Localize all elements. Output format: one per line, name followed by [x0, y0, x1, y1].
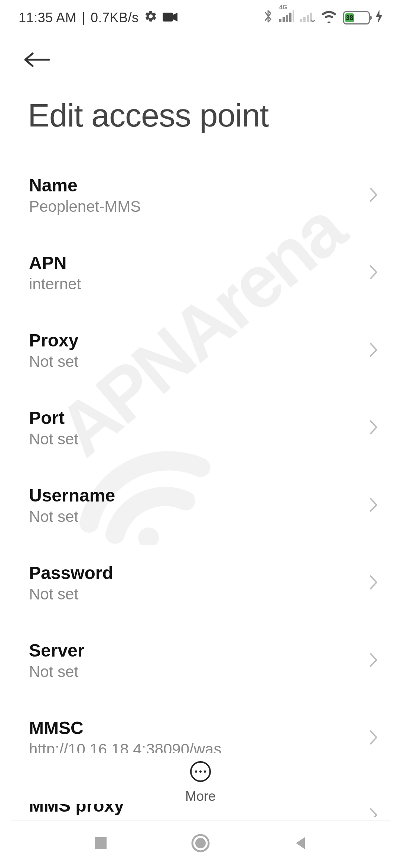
settings-item-value: Not set — [29, 353, 361, 371]
svg-rect-2 — [279, 19, 281, 22]
settings-item-label: Port — [29, 408, 361, 428]
settings-item-value: Peoplenet-MMS — [29, 198, 361, 216]
settings-item-value: internet — [29, 275, 361, 293]
status-right: 4G 38 — [263, 9, 382, 27]
svg-point-13 — [199, 770, 202, 773]
svg-rect-8 — [303, 17, 306, 22]
settings-item-value: Not set — [29, 430, 361, 448]
settings-item-port[interactable]: Port Not set — [0, 389, 401, 467]
settings-item-proxy[interactable]: Proxy Not set — [0, 312, 401, 389]
page-title: Edit access point — [0, 70, 401, 157]
svg-rect-1 — [163, 13, 173, 22]
more-button[interactable]: More — [0, 753, 401, 804]
chevron-right-icon — [368, 651, 379, 670]
charging-icon — [376, 10, 382, 26]
svg-rect-4 — [286, 15, 288, 22]
nav-home-button[interactable] — [190, 833, 211, 855]
status-separator: | — [82, 10, 85, 26]
settings-item-label: Server — [29, 640, 361, 661]
more-icon — [189, 760, 212, 784]
bottom-divider — [11, 820, 390, 821]
settings-item-value: Not set — [29, 508, 361, 526]
status-time: 11:35 AM — [19, 10, 76, 26]
bluetooth-icon — [263, 9, 273, 27]
navigation-bar — [0, 823, 401, 868]
content: Edit access point Name Peoplenet-MMS APN… — [0, 36, 401, 817]
svg-point-17 — [195, 838, 206, 848]
settings-item-password[interactable]: Password Not set — [0, 544, 401, 622]
nav-recent-button[interactable] — [92, 835, 109, 853]
nav-back-button[interactable] — [292, 835, 309, 853]
settings-item-label: Password — [29, 563, 361, 583]
svg-rect-7 — [300, 19, 302, 22]
battery-icon: 38 — [343, 11, 370, 24]
more-label: More — [185, 789, 216, 804]
settings-item-value: Not set — [29, 663, 361, 681]
svg-rect-6 — [293, 10, 294, 22]
chevron-right-icon — [368, 574, 379, 592]
settings-item-username[interactable]: Username Not set — [0, 467, 401, 544]
settings-item-label: APN — [29, 253, 361, 273]
settings-item-apn[interactable]: APN internet — [0, 234, 401, 312]
chevron-right-icon — [368, 496, 379, 515]
camera-icon — [163, 10, 177, 26]
status-bar: 11:35 AM | 0.7KB/s 4G 38 — [0, 0, 401, 36]
settings-item-label: MMSC — [29, 718, 361, 738]
svg-rect-5 — [289, 13, 291, 22]
settings-item-label: Username — [29, 485, 361, 506]
svg-rect-15 — [95, 837, 107, 849]
chevron-right-icon — [368, 341, 379, 360]
settings-item-name[interactable]: Name Peoplenet-MMS — [0, 157, 401, 234]
settings-list: Name Peoplenet-MMS APN internet Prox — [0, 157, 401, 817]
svg-point-12 — [195, 770, 197, 773]
signal-4g-icon: 4G — [279, 10, 294, 26]
chevron-right-icon — [368, 729, 379, 747]
chevron-right-icon — [368, 186, 379, 205]
battery-level: 38 — [345, 13, 354, 22]
settings-item-value: Not set — [29, 585, 361, 603]
status-speed: 0.7KB/s — [91, 10, 139, 26]
chevron-right-icon — [368, 264, 379, 282]
svg-rect-9 — [307, 15, 309, 22]
svg-point-14 — [204, 770, 206, 773]
chevron-right-icon — [368, 419, 379, 437]
back-button[interactable] — [22, 64, 52, 70]
wifi-icon — [321, 10, 337, 26]
settings-item-server[interactable]: Server Not set — [0, 622, 401, 699]
gear-icon — [144, 10, 157, 26]
settings-item-label: Name — [29, 175, 361, 195]
svg-rect-3 — [283, 17, 285, 22]
chevron-right-icon — [368, 806, 379, 817]
signal-no-sim-icon — [300, 10, 315, 26]
settings-item-label: Proxy — [29, 330, 361, 351]
status-left: 11:35 AM | 0.7KB/s — [19, 10, 177, 26]
